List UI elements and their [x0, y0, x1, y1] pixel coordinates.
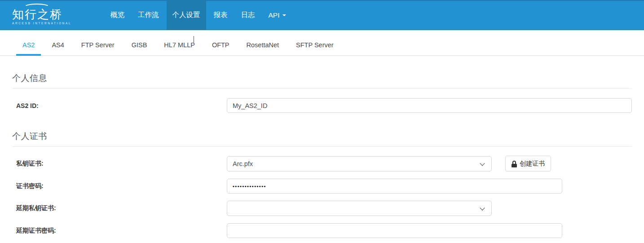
chevron-down-icon [480, 161, 485, 166]
settings-page: 个人信息 AS2 ID: 个人证书 私钥证书: Arc.pfx 创建证书 证书密… [0, 72, 644, 238]
private-cert-select[interactable]: Arc.pfx [227, 156, 492, 171]
rollover-cert-label: 延期私钥证书: [12, 204, 227, 212]
cert-password-label: 证书密码: [12, 182, 227, 190]
nav-item-label: 报表 [214, 10, 228, 20]
tab-as4[interactable]: AS4 [45, 37, 70, 55]
nav-item-label: API [269, 11, 280, 19]
form-row-as2-id: AS2 ID: [12, 98, 632, 113]
tab-rosettanet[interactable]: RosettaNet [240, 37, 286, 55]
nav-item-workflows[interactable]: 工作流 [132, 0, 165, 30]
section-divider [12, 146, 632, 147]
nav-item-logs[interactable]: 日志 [235, 0, 261, 30]
text-cursor-caret [194, 36, 194, 43]
form-row-rollover-cert: 延期私钥证书: [12, 201, 632, 216]
section-title-personal-cert: 个人证书 [12, 130, 632, 142]
tab-oftp[interactable]: OFTP [206, 37, 236, 55]
as2-id-label: AS2 ID: [12, 102, 227, 109]
form-row-rollover-password: 延期证书密码: [12, 223, 632, 238]
tab-ftp-server[interactable]: FTP Server [75, 37, 121, 55]
nav-item-reports[interactable]: 报表 [208, 0, 234, 30]
top-navbar: 知行之桥 ARCESB INTERNATIONAL 概览 工作流 个人设置 报表… [0, 0, 644, 30]
lock-icon [512, 161, 517, 167]
form-row-private-cert: 私钥证书: Arc.pfx 创建证书 [12, 156, 632, 171]
tab-sftp-server[interactable]: SFTP Server [290, 37, 340, 55]
logo-title: 知行之桥 [12, 8, 71, 21]
protocol-tabs: AS2 AS4 FTP Server GISB HL7 MLLP OFTP Ro… [0, 30, 644, 56]
create-cert-button[interactable]: 创建证书 [505, 156, 551, 171]
nav-item-label: 个人设置 [172, 10, 200, 20]
form-row-cert-password: 证书密码: [12, 179, 632, 194]
section-divider [12, 88, 632, 89]
nav-item-profile-settings[interactable]: 个人设置 [167, 0, 206, 30]
create-cert-button-label: 创建证书 [520, 160, 545, 168]
nav-item-overview[interactable]: 概览 [105, 0, 130, 30]
private-cert-label: 私钥证书: [12, 160, 227, 168]
logo-subtitle: ARCESB INTERNATIONAL [12, 22, 71, 25]
rollover-password-label: 延期证书密码: [12, 227, 227, 235]
private-cert-selected-value: Arc.pfx [233, 160, 253, 167]
chevron-down-icon [480, 205, 485, 210]
nav-item-label: 日志 [241, 10, 255, 20]
tab-gisb[interactable]: GISB [125, 37, 154, 55]
caret-down-icon [282, 14, 286, 16]
app-logo[interactable]: 知行之桥 ARCESB INTERNATIONAL [12, 4, 71, 25]
nav-item-label: 工作流 [138, 10, 159, 20]
main-nav: 概览 工作流 个人设置 报表 日志 API [105, 0, 294, 30]
cert-password-input[interactable] [227, 179, 562, 194]
as2-id-input[interactable] [227, 98, 632, 113]
section-title-personal-info: 个人信息 [12, 72, 632, 84]
tab-hl7-mllp[interactable]: HL7 MLLP [158, 37, 201, 55]
tab-as2[interactable]: AS2 [16, 37, 41, 55]
nav-item-label: 概览 [110, 10, 124, 20]
rollover-cert-select[interactable] [227, 201, 492, 216]
nav-item-api-dropdown[interactable]: API [263, 0, 292, 30]
rollover-password-input[interactable] [227, 223, 562, 238]
